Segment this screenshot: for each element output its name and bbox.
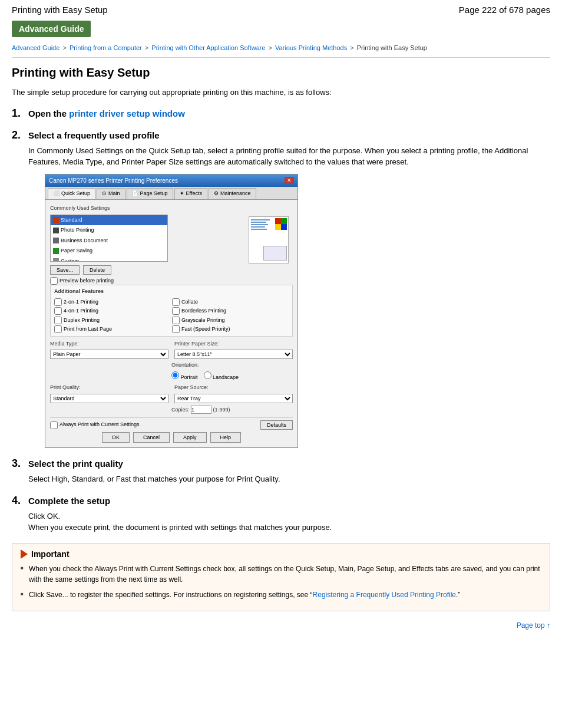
list-item-paper-saving[interactable]: Paper Saving: [51, 246, 167, 256]
page-setup-icon: 📄: [132, 190, 138, 198]
page-top-link[interactable]: Page top ↑: [517, 621, 550, 630]
portrait-label: Portrait: [171, 371, 198, 382]
advanced-guide-banner: Advanced Guide: [12, 21, 91, 37]
page-header: Printing with Easy Setup Page 222 of 678…: [0, 0, 562, 17]
preview-label: Preview before printing: [59, 277, 114, 285]
print-quality-col: Print Quality: Standard: [50, 384, 168, 403]
quick-setup-icon: ⬜: [53, 190, 59, 198]
printer-dialog: Canon MP270 series Printer Printing Pref…: [45, 174, 298, 449]
features-col-right: Collate Borderless Printing Grayscale Pr…: [172, 298, 289, 334]
preview-checkbox[interactable]: [50, 277, 58, 285]
feature-grayscale: Grayscale Printing: [172, 317, 289, 325]
checkbox-grayscale[interactable]: [172, 317, 180, 324]
help-button[interactable]: Help: [210, 432, 242, 443]
printer-driver-link[interactable]: printer driver setup window: [69, 108, 185, 118]
copies-input[interactable]: [191, 406, 211, 414]
features-grid: 2-on-1 Printing 4-on-1 Printing Duplex P…: [54, 298, 289, 334]
list-item-business[interactable]: Business Document: [51, 236, 167, 246]
step-3-title: Select the print quality: [28, 459, 123, 469]
step-4-header: 4. Complete the setup: [12, 495, 550, 507]
breadcrumb-link-other-app-software[interactable]: Printing with Other Application Software: [151, 44, 265, 51]
step-3-body: Select High, Standard, or Fast that matc…: [28, 473, 550, 485]
checkbox-fast[interactable]: [172, 325, 180, 333]
tab-maintenance[interactable]: ⚙ Maintenance: [209, 188, 256, 200]
step-4-body: Click OK. When you execute print, the do…: [28, 510, 550, 533]
preview-text-lines: [251, 219, 270, 231]
paper-size-select[interactable]: Letter 8.5"x11": [174, 350, 293, 359]
dialog-close-button[interactable]: ✕: [285, 177, 294, 184]
media-type-label: Media Type:: [50, 340, 168, 348]
step-2-text: In Commonly Used Settings on the Quick S…: [28, 145, 550, 168]
media-type-col: Media Type: Plain Paper: [50, 340, 168, 360]
always-print-checkbox[interactable]: [50, 421, 58, 429]
page-top-row: Page top ↑: [12, 621, 550, 630]
step-3: 3. Select the print quality Select High,…: [12, 457, 550, 485]
features-title: Additional Features: [54, 288, 289, 296]
preview-bottom-block: [263, 246, 287, 261]
main-content: Printing with Easy Setup The simple setu…: [0, 60, 562, 641]
feature-duplex: Duplex Printing: [54, 317, 171, 325]
list-item-custom[interactable]: Custom...: [51, 256, 167, 262]
dialog-body: Commonly Used Settings Standard Photo Pr…: [45, 200, 297, 447]
registering-link[interactable]: Registering a Frequently Used Printing P…: [313, 591, 456, 599]
orientation-radios: Portrait Landscape: [171, 371, 293, 382]
print-quality-select[interactable]: Standard: [50, 394, 168, 403]
checkbox-4on1[interactable]: [54, 307, 62, 315]
breadcrumb-link-printing-from-computer[interactable]: Printing from a Computer: [70, 44, 142, 51]
print-quality-label: Print Quality:: [50, 384, 168, 392]
important-item-2: Click Save... to register the specified …: [21, 589, 541, 600]
important-header: Important: [21, 549, 541, 559]
paper-size-col: Printer Paper Size: Letter 8.5"x11": [174, 340, 293, 360]
list-item-photo[interactable]: Photo Printing: [51, 225, 167, 236]
step-4: 4. Complete the setup Click OK. When you…: [12, 495, 550, 533]
delete-button[interactable]: Delete: [83, 265, 111, 275]
settings-listbox[interactable]: Standard Photo Printing Business Documen…: [50, 215, 168, 262]
breadcrumb: Advanced Guide > Printing from a Compute…: [0, 41, 562, 55]
additional-features-section: Additional Features 2-on-1 Printing 4-on…: [50, 285, 293, 337]
ok-button[interactable]: OK: [102, 432, 130, 443]
header-divider: [12, 57, 550, 58]
save-button[interactable]: Save...: [50, 265, 80, 275]
paper-source-select[interactable]: Rear Tray: [174, 394, 293, 403]
important-title: Important: [31, 549, 70, 559]
breadcrumb-link-advanced-guide[interactable]: Advanced Guide: [12, 44, 59, 51]
checkbox-collate[interactable]: [172, 298, 180, 306]
always-print-row: Always Print with Current Settings: [50, 421, 140, 429]
always-print-label: Always Print with Current Settings: [59, 421, 140, 429]
main-icon: ⊙: [102, 190, 107, 198]
business-icon: [53, 238, 59, 243]
checkbox-print-last[interactable]: [54, 325, 62, 333]
tab-quick-setup[interactable]: ⬜ Quick Setup: [48, 188, 95, 200]
portrait-radio[interactable]: [171, 371, 179, 379]
tab-page-setup[interactable]: 📄 Page Setup: [127, 188, 173, 200]
step-3-text: Select High, Standard, or Fast that matc…: [28, 473, 550, 485]
checkbox-duplex[interactable]: [54, 317, 62, 324]
custom-icon: [53, 258, 59, 261]
step-2: 2. Select a frequently used profile In C…: [12, 129, 550, 449]
checkbox-2on1[interactable]: [54, 298, 62, 306]
defaults-button[interactable]: Defaults: [260, 420, 293, 430]
checkbox-borderless[interactable]: [172, 307, 180, 315]
landscape-radio[interactable]: [204, 371, 211, 379]
tab-main[interactable]: ⊙ Main: [97, 188, 125, 200]
step-4-text2: When you execute print, the document is …: [28, 522, 550, 533]
step-4-title: Complete the setup: [28, 496, 110, 506]
breadcrumb-link-various-methods[interactable]: Various Printing Methods: [275, 44, 347, 51]
cancel-button[interactable]: Cancel: [133, 432, 170, 443]
step-2-title: Select a frequently used profile: [28, 130, 160, 140]
apply-button[interactable]: Apply: [173, 432, 207, 443]
list-item-standard[interactable]: Standard: [51, 215, 167, 226]
preview-checkbox-row: Preview before printing: [50, 277, 244, 285]
maintenance-icon: ⚙: [214, 190, 219, 198]
feature-4on1: 4-on-1 Printing: [54, 307, 171, 315]
important-arrow-icon: [21, 549, 28, 559]
step-2-number: 2.: [12, 129, 24, 141]
preview-color-red: [275, 218, 281, 224]
standard-icon: [53, 217, 59, 223]
effects-icon: ✦: [180, 190, 184, 198]
tab-effects[interactable]: ✦ Effects: [174, 188, 207, 200]
media-type-select[interactable]: Plain Paper: [50, 350, 168, 359]
step-2-body: In Commonly Used Settings on the Quick S…: [28, 145, 550, 449]
orientation-label: Orientation:: [171, 361, 293, 370]
preview-panel: [249, 205, 293, 285]
